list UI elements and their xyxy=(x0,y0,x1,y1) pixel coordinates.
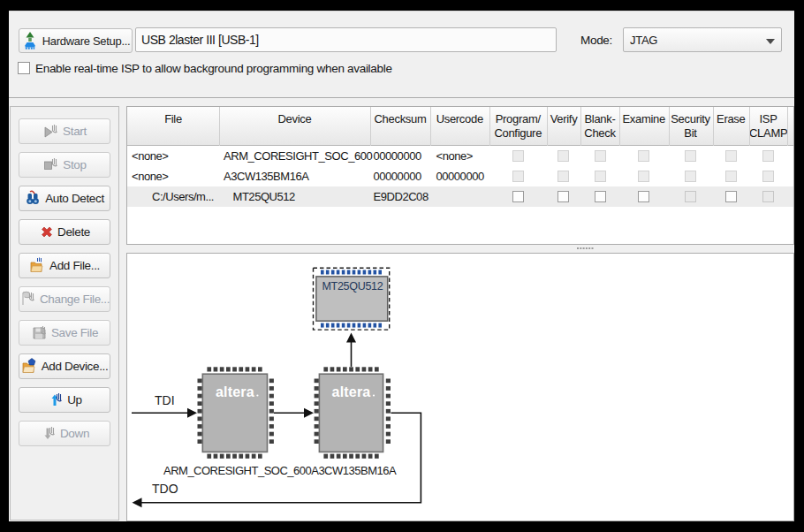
svg-text:ARM_CORESIGHT_SOC_600A3CW135BM: ARM_CORESIGHT_SOC_600A3CW135BM16A xyxy=(163,464,397,477)
svg-text:altera: altera xyxy=(332,384,371,399)
svg-text:TDI: TDI xyxy=(155,393,175,407)
svg-text:altera: altera xyxy=(216,384,254,399)
svg-text:TDO: TDO xyxy=(152,482,178,496)
svg-text:MT25QU512: MT25QU512 xyxy=(322,280,383,293)
